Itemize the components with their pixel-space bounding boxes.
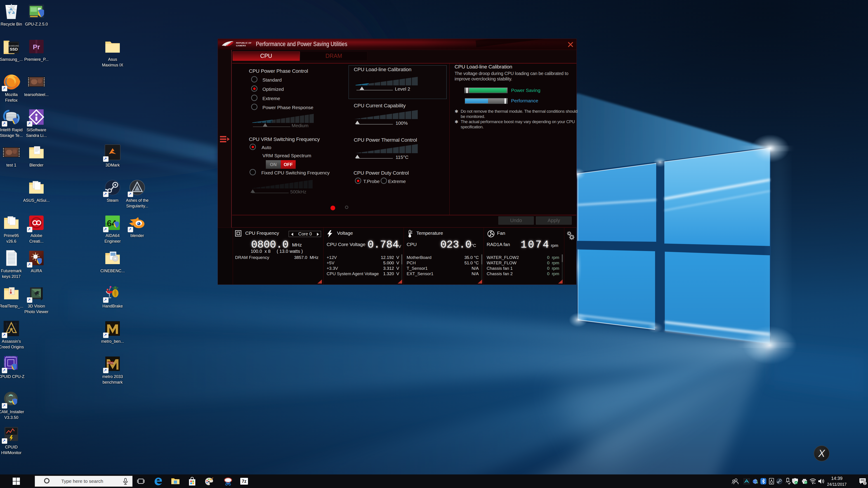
svg-text:METRO: METRO bbox=[107, 362, 114, 364]
svg-text:Pr: Pr bbox=[33, 43, 40, 51]
svg-text:2: 2 bbox=[864, 482, 866, 485]
svg-text:SSD: SSD bbox=[10, 47, 18, 52]
svg-text:SAMSUNG: SAMSUNG bbox=[8, 45, 19, 47]
